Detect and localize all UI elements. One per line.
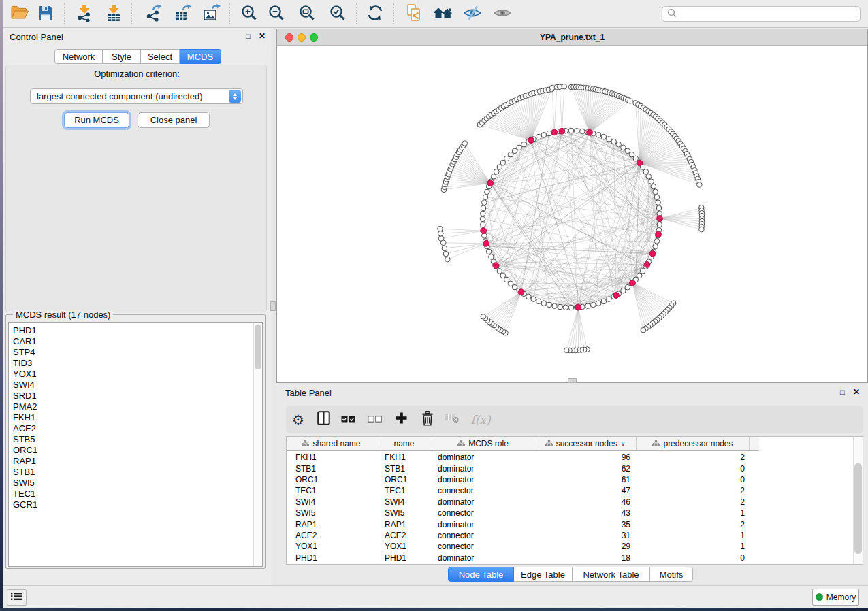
search-input[interactable] — [677, 10, 860, 19]
mcds-result-item[interactable]: PMA2 — [9, 401, 262, 412]
mcds-result-item[interactable]: FKH1 — [9, 412, 262, 423]
mcds-result-item[interactable]: ORC1 — [9, 445, 262, 456]
column-header-shared-name[interactable]: shared name — [287, 437, 376, 450]
control-panel-title: Control Panel — [10, 32, 63, 42]
column-header-predecessor-nodes[interactable]: predecessor nodes — [637, 437, 750, 450]
plus-icon — [396, 412, 407, 427]
network-graph[interactable] — [277, 46, 867, 382]
column-header-name[interactable]: name — [376, 437, 432, 450]
table-row[interactable]: YOX1YOX1connector291 — [287, 541, 759, 552]
tab-select[interactable]: Select — [141, 49, 180, 64]
network-overview-button[interactable] — [431, 2, 455, 26]
mcds-result-item[interactable]: ACE2 — [9, 423, 262, 434]
close-panel-icon[interactable]: ✕ — [259, 31, 266, 41]
table-row[interactable]: SWI5SWI5connector431 — [287, 508, 759, 518]
hide-graphics-details-button[interactable] — [460, 2, 485, 26]
mcds-result-item[interactable]: TEC1 — [9, 489, 262, 499]
export-network-button[interactable] — [142, 2, 166, 26]
table-row[interactable]: RAP1RAP1dominator352 — [287, 518, 759, 529]
mcds-result-item[interactable]: CAR1 — [9, 336, 262, 347]
refresh-icon — [367, 5, 383, 24]
export-table-button[interactable] — [171, 2, 195, 26]
tab-motifs[interactable]: Motifs — [650, 567, 693, 582]
table-row[interactable]: TEC1TEC1connector472 — [287, 485, 759, 496]
table-row[interactable]: SWI4SWI4dominator462 — [287, 497, 759, 508]
tab-network[interactable]: Network — [54, 49, 103, 64]
zoom-fit-icon — [299, 5, 315, 24]
mcds-result-item[interactable]: YOX1 — [9, 369, 262, 380]
mcds-result-item[interactable]: STP4 — [9, 347, 262, 358]
horizontal-splitter-grip[interactable] — [568, 378, 577, 383]
cell-name: ORC1 — [376, 475, 432, 484]
cell-mcds-role: dominator — [432, 475, 534, 484]
search-icon — [666, 7, 677, 21]
cell-successor-nodes: 18 — [534, 553, 637, 563]
tab-node-table[interactable]: Node Table — [448, 567, 514, 582]
table-header-row: shared name name MCDS role successor nod… — [287, 437, 759, 451]
cell-predecessor-nodes: 0 — [637, 553, 750, 563]
run-mcds-button[interactable]: Run MCDS — [64, 112, 129, 128]
zoom-in-button[interactable] — [237, 2, 261, 26]
table-float-panel-icon[interactable]: □ — [840, 388, 845, 396]
apply-layout-button[interactable] — [363, 2, 387, 26]
zoom-out-button[interactable] — [264, 2, 289, 26]
mcds-list-scrollbar[interactable] — [253, 323, 262, 566]
show-columns-button[interactable] — [313, 410, 334, 429]
float-panel-icon[interactable]: □ — [246, 32, 251, 40]
zoom-fit-button[interactable] — [295, 2, 319, 26]
column-header-successor-nodes[interactable]: successor nodes ∨ — [534, 437, 637, 450]
deselect-all-button[interactable] — [364, 410, 385, 429]
network-window-title: YPA_prune.txt_1 — [277, 33, 867, 42]
control-panel: Control Panel □ ✕ Network Style Select M… — [3, 28, 271, 585]
vertical-splitter-grip[interactable] — [270, 301, 276, 311]
column-header-mcds-role[interactable]: MCDS role — [432, 437, 534, 450]
mcds-result-item[interactable]: RAP1 — [9, 456, 262, 467]
save-session-button[interactable] — [33, 2, 58, 26]
mcds-result-item[interactable]: TID3 — [9, 358, 262, 369]
zoom-selected-button[interactable] — [325, 2, 350, 26]
cell-mcds-role: dominator — [432, 553, 534, 563]
mcds-result-item[interactable]: STB5 — [9, 434, 262, 445]
table-settings-button[interactable]: ⚙ — [288, 410, 308, 429]
table-row[interactable]: STB1STB1dominator620 — [287, 463, 759, 474]
table-close-panel-icon[interactable]: ✕ — [853, 387, 860, 397]
tab-network-table[interactable]: Network Table — [573, 567, 650, 582]
open-session-button[interactable] — [7, 2, 32, 26]
mcds-result-item[interactable]: STB1 — [9, 467, 262, 478]
cell-name: YOX1 — [376, 542, 432, 551]
create-column-button[interactable] — [391, 410, 411, 429]
table-panel-title: Table Panel — [285, 388, 332, 398]
mcds-result-list[interactable]: PHD1CAR1STP4TID3YOX1SWI4SRD1PMA2FKH1ACE2… — [8, 322, 263, 567]
import-network-button[interactable] — [72, 2, 97, 26]
table-row[interactable]: ACE2ACE2connector311 — [287, 530, 759, 541]
memory-button[interactable]: Memory — [812, 589, 859, 606]
desktop-wallpaper-strip-left — [0, 0, 3, 611]
mcds-result-item[interactable]: PHD1 — [9, 325, 262, 336]
criterion-dropdown[interactable]: largest connected component (undirected) — [30, 88, 243, 104]
table-panel: Table Panel □ ✕ ⚙ f(x) shared name — [276, 383, 868, 585]
table-row[interactable]: PHD1PHD1dominator180 — [287, 552, 759, 563]
close-panel-button[interactable]: Close panel — [138, 112, 210, 128]
show-tasks-button[interactable] — [7, 589, 27, 606]
mcds-result-item[interactable]: SRD1 — [9, 391, 262, 401]
tab-style[interactable]: Style — [103, 49, 141, 64]
tab-edge-table[interactable]: Edge Table — [514, 567, 573, 582]
show-graphics-details-button[interactable] — [490, 2, 515, 26]
table-scrollbar[interactable] — [853, 437, 863, 564]
search-field[interactable] — [662, 6, 861, 22]
select-all-button[interactable] — [338, 410, 358, 429]
tab-mcds[interactable]: MCDS — [180, 49, 221, 64]
table-row[interactable]: ORC1ORC1dominator610 — [287, 474, 759, 485]
mcds-result-item[interactable]: SWI4 — [9, 380, 262, 391]
network-window-titlebar[interactable]: YPA_prune.txt_1 — [277, 29, 867, 46]
export-image-button[interactable] — [199, 2, 224, 26]
import-table-button[interactable] — [101, 2, 126, 26]
delete-column-button[interactable] — [417, 410, 438, 429]
mcds-result-item[interactable]: SWI5 — [9, 478, 262, 489]
duplicate-network-button[interactable] — [402, 2, 426, 26]
mcds-result-item[interactable]: GCR1 — [9, 499, 262, 510]
dropdown-stepper-icon — [229, 90, 241, 103]
table-row[interactable]: FKH1FKH1dominator962 — [287, 452, 759, 463]
cell-predecessor-nodes: 1 — [637, 531, 750, 540]
network-canvas[interactable] — [277, 46, 867, 382]
